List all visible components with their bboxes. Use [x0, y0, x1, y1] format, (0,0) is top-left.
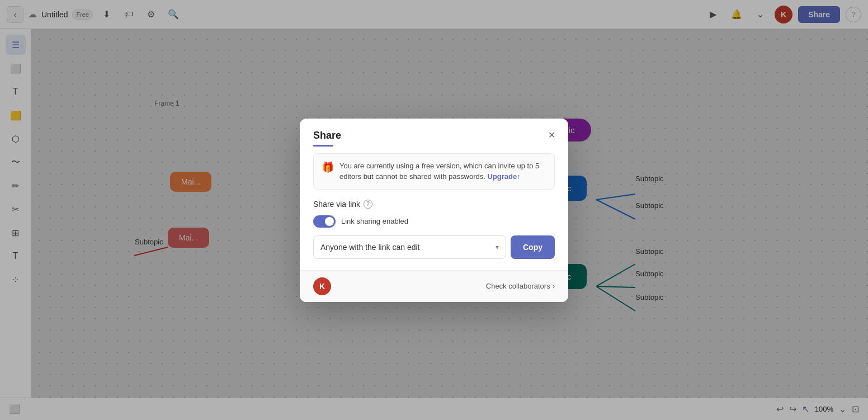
- link-row: Anyone with the link can edit ▾ Copy: [313, 235, 555, 259]
- toggle-knob: [325, 217, 334, 226]
- info-icon[interactable]: ?: [364, 200, 372, 209]
- check-collaborators-button[interactable]: Check collaborators ›: [486, 282, 555, 290]
- modal-footer: K Check collaborators ›: [300, 270, 568, 302]
- modal-close-button[interactable]: ✕: [544, 128, 559, 143]
- toggle-row: Link sharing enabled: [313, 215, 555, 228]
- link-select-text: Anyone with the link can edit: [320, 243, 419, 252]
- share-via-link-label: Share via link ?: [313, 200, 555, 209]
- notice-text: You are currently using a free version, …: [339, 161, 546, 182]
- modal-header: Share ✕: [300, 119, 568, 153]
- chevron-down-icon: ▾: [496, 243, 499, 251]
- footer-avatar: K: [313, 277, 331, 295]
- toggle-label: Link sharing enabled: [341, 217, 408, 225]
- free-version-notice: 🎁 You are currently using a free version…: [313, 153, 555, 190]
- modal-title: Share: [313, 130, 555, 141]
- modal-body: 🎁 You are currently using a free version…: [300, 153, 568, 270]
- upgrade-link[interactable]: Upgrade↑: [488, 172, 521, 181]
- modal-title-underline: [313, 145, 333, 147]
- notice-icon: 🎁: [322, 161, 334, 173]
- chevron-right-icon: ›: [553, 282, 555, 290]
- share-modal: Share ✕ 🎁 You are currently using a free…: [300, 119, 568, 302]
- copy-button[interactable]: Copy: [511, 235, 555, 259]
- link-permission-select[interactable]: Anyone with the link can edit ▾: [313, 235, 506, 259]
- link-sharing-toggle[interactable]: [313, 215, 336, 228]
